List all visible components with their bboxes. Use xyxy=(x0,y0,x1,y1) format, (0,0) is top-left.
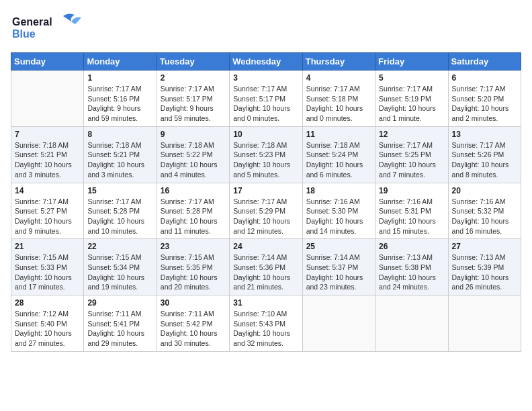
calendar-cell xyxy=(448,295,521,352)
calendar-cell: 31Sunrise: 7:10 AMSunset: 5:43 PMDayligh… xyxy=(230,295,302,352)
day-number: 24 xyxy=(233,242,298,251)
calendar-cell xyxy=(302,295,375,352)
calendar-cell: 9Sunrise: 7:18 AMSunset: 5:22 PMDaylight… xyxy=(157,126,229,183)
calendar-cell: 28Sunrise: 7:12 AMSunset: 5:40 PMDayligh… xyxy=(11,295,84,352)
calendar-cell: 23Sunrise: 7:15 AMSunset: 5:35 PMDayligh… xyxy=(157,239,229,295)
calendar-cell: 6Sunrise: 7:17 AMSunset: 5:20 PMDaylight… xyxy=(448,71,521,127)
day-info: Sunrise: 7:18 AMSunset: 5:21 PMDaylight:… xyxy=(15,140,80,180)
calendar-cell: 21Sunrise: 7:15 AMSunset: 5:33 PMDayligh… xyxy=(11,239,84,295)
day-number: 12 xyxy=(379,130,444,139)
day-number: 28 xyxy=(15,298,80,308)
weekday-header: Wednesday xyxy=(230,53,302,71)
day-number: 26 xyxy=(379,242,444,251)
day-number: 17 xyxy=(233,186,298,195)
calendar-cell xyxy=(11,71,84,127)
weekday-header: Tuesday xyxy=(157,53,229,71)
day-info: Sunrise: 7:10 AMSunset: 5:43 PMDaylight:… xyxy=(233,309,298,349)
calendar-cell xyxy=(375,295,448,352)
day-info: Sunrise: 7:17 AMSunset: 5:18 PMDaylight:… xyxy=(306,84,371,124)
day-info: Sunrise: 7:16 AMSunset: 5:30 PMDaylight:… xyxy=(306,197,371,236)
calendar-cell: 14Sunrise: 7:17 AMSunset: 5:27 PMDayligh… xyxy=(11,183,84,239)
day-info: Sunrise: 7:17 AMSunset: 5:17 PMDaylight:… xyxy=(233,84,298,124)
calendar-cell: 5Sunrise: 7:17 AMSunset: 5:19 PMDaylight… xyxy=(375,71,448,127)
calendar-cell: 4Sunrise: 7:17 AMSunset: 5:18 PMDaylight… xyxy=(302,71,375,127)
day-number: 18 xyxy=(306,186,371,195)
calendar-cell: 30Sunrise: 7:11 AMSunset: 5:42 PMDayligh… xyxy=(157,295,229,352)
calendar-cell: 22Sunrise: 7:15 AMSunset: 5:34 PMDayligh… xyxy=(84,239,157,295)
day-number: 30 xyxy=(161,298,226,308)
page-header: General Blue xyxy=(11,11,521,47)
day-number: 31 xyxy=(233,298,298,308)
calendar-cell: 17Sunrise: 7:17 AMSunset: 5:29 PMDayligh… xyxy=(230,183,302,239)
calendar-cell: 20Sunrise: 7:16 AMSunset: 5:32 PMDayligh… xyxy=(448,183,521,239)
day-number: 15 xyxy=(87,186,152,195)
calendar-cell: 8Sunrise: 7:18 AMSunset: 5:21 PMDaylight… xyxy=(84,126,157,183)
day-info: Sunrise: 7:15 AMSunset: 5:33 PMDaylight:… xyxy=(15,253,80,292)
svg-text:Blue: Blue xyxy=(12,28,36,40)
calendar-cell: 2Sunrise: 7:17 AMSunset: 5:17 PMDaylight… xyxy=(157,71,229,127)
weekday-header: Saturday xyxy=(448,53,521,71)
logo: General Blue xyxy=(11,11,85,47)
day-number: 27 xyxy=(452,242,517,251)
day-info: Sunrise: 7:17 AMSunset: 5:19 PMDaylight:… xyxy=(379,84,444,124)
day-info: Sunrise: 7:17 AMSunset: 5:27 PMDaylight:… xyxy=(15,197,80,236)
day-number: 21 xyxy=(15,242,80,251)
day-number: 13 xyxy=(452,130,517,139)
calendar-cell: 7Sunrise: 7:18 AMSunset: 5:21 PMDaylight… xyxy=(11,126,84,183)
day-number: 25 xyxy=(306,242,371,251)
day-number: 10 xyxy=(233,130,298,139)
day-info: Sunrise: 7:17 AMSunset: 5:20 PMDaylight:… xyxy=(452,84,517,124)
day-number: 4 xyxy=(306,73,371,83)
day-number: 23 xyxy=(161,242,226,251)
calendar-header: SundayMondayTuesdayWednesdayThursdayFrid… xyxy=(11,53,521,71)
calendar-cell: 1Sunrise: 7:17 AMSunset: 5:16 PMDaylight… xyxy=(84,71,157,127)
calendar-cell: 26Sunrise: 7:13 AMSunset: 5:38 PMDayligh… xyxy=(375,239,448,295)
logo-text: General Blue xyxy=(11,11,85,47)
day-number: 22 xyxy=(87,242,152,251)
day-info: Sunrise: 7:12 AMSunset: 5:40 PMDaylight:… xyxy=(15,309,80,349)
calendar-cell: 12Sunrise: 7:17 AMSunset: 5:25 PMDayligh… xyxy=(375,126,448,183)
day-info: Sunrise: 7:16 AMSunset: 5:32 PMDaylight:… xyxy=(452,197,517,236)
day-info: Sunrise: 7:16 AMSunset: 5:31 PMDaylight:… xyxy=(379,197,444,236)
day-info: Sunrise: 7:14 AMSunset: 5:37 PMDaylight:… xyxy=(306,253,371,292)
day-number: 20 xyxy=(452,186,517,195)
day-info: Sunrise: 7:17 AMSunset: 5:28 PMDaylight:… xyxy=(161,197,226,236)
calendar-cell: 13Sunrise: 7:17 AMSunset: 5:26 PMDayligh… xyxy=(448,126,521,183)
day-info: Sunrise: 7:17 AMSunset: 5:16 PMDaylight:… xyxy=(87,84,152,124)
calendar-cell: 24Sunrise: 7:14 AMSunset: 5:36 PMDayligh… xyxy=(230,239,302,295)
day-number: 19 xyxy=(379,186,444,195)
day-number: 9 xyxy=(161,130,226,139)
day-number: 29 xyxy=(87,298,152,308)
day-number: 8 xyxy=(87,130,152,139)
calendar-cell: 27Sunrise: 7:13 AMSunset: 5:39 PMDayligh… xyxy=(448,239,521,295)
weekday-header: Monday xyxy=(84,53,157,71)
calendar-cell: 11Sunrise: 7:18 AMSunset: 5:24 PMDayligh… xyxy=(302,126,375,183)
day-number: 7 xyxy=(15,130,80,139)
calendar-cell: 29Sunrise: 7:11 AMSunset: 5:41 PMDayligh… xyxy=(84,295,157,352)
day-info: Sunrise: 7:17 AMSunset: 5:25 PMDaylight:… xyxy=(379,140,444,180)
day-info: Sunrise: 7:17 AMSunset: 5:29 PMDaylight:… xyxy=(233,197,298,236)
day-info: Sunrise: 7:13 AMSunset: 5:39 PMDaylight:… xyxy=(452,253,517,292)
day-info: Sunrise: 7:17 AMSunset: 5:17 PMDaylight:… xyxy=(161,84,226,124)
weekday-header: Friday xyxy=(375,53,448,71)
calendar-cell: 3Sunrise: 7:17 AMSunset: 5:17 PMDaylight… xyxy=(230,71,302,127)
calendar-cell: 16Sunrise: 7:17 AMSunset: 5:28 PMDayligh… xyxy=(157,183,229,239)
calendar-cell: 19Sunrise: 7:16 AMSunset: 5:31 PMDayligh… xyxy=(375,183,448,239)
day-number: 1 xyxy=(87,73,152,83)
day-info: Sunrise: 7:15 AMSunset: 5:35 PMDaylight:… xyxy=(161,253,226,292)
weekday-header: Thursday xyxy=(302,53,375,71)
day-info: Sunrise: 7:17 AMSunset: 5:28 PMDaylight:… xyxy=(87,197,152,236)
day-info: Sunrise: 7:18 AMSunset: 5:24 PMDaylight:… xyxy=(306,140,371,180)
day-info: Sunrise: 7:18 AMSunset: 5:23 PMDaylight:… xyxy=(233,140,298,180)
day-number: 5 xyxy=(379,73,444,83)
day-info: Sunrise: 7:18 AMSunset: 5:22 PMDaylight:… xyxy=(161,140,226,180)
svg-text:General: General xyxy=(12,16,52,28)
day-number: 16 xyxy=(161,186,226,195)
day-number: 6 xyxy=(452,73,517,83)
day-info: Sunrise: 7:11 AMSunset: 5:42 PMDaylight:… xyxy=(161,309,226,349)
calendar-cell: 25Sunrise: 7:14 AMSunset: 5:37 PMDayligh… xyxy=(302,239,375,295)
day-info: Sunrise: 7:18 AMSunset: 5:21 PMDaylight:… xyxy=(87,140,152,180)
calendar-cell: 15Sunrise: 7:17 AMSunset: 5:28 PMDayligh… xyxy=(84,183,157,239)
calendar-cell: 18Sunrise: 7:16 AMSunset: 5:30 PMDayligh… xyxy=(302,183,375,239)
calendar-table: SundayMondayTuesdayWednesdayThursdayFrid… xyxy=(11,52,521,352)
